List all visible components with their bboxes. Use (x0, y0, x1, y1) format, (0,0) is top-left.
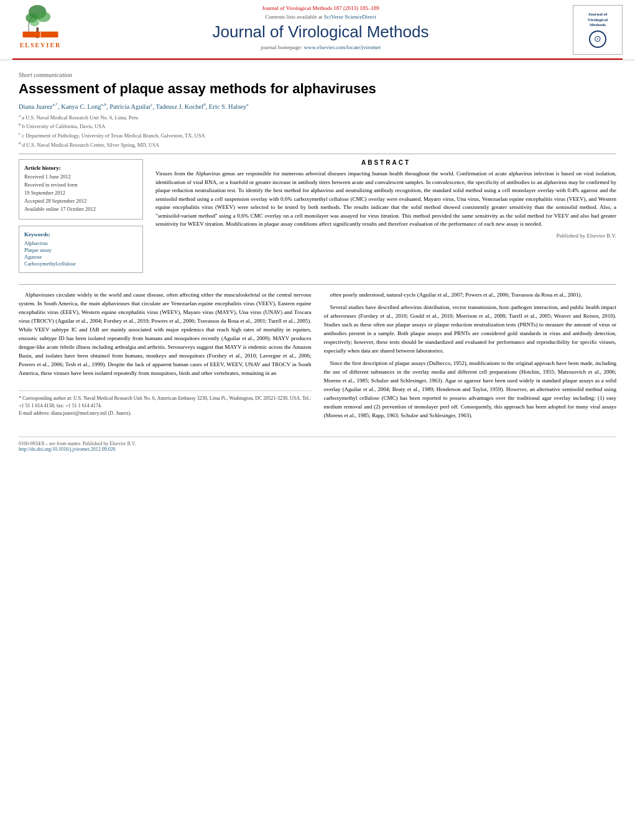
journal-logo-text: Journal ofVirologicalMethods (588, 12, 608, 27)
keywords-title: Keywords: (24, 231, 137, 238)
history-received-revised-date: 19 September 2012 (24, 190, 137, 196)
footer-doi[interactable]: http://dx.doi.org/10.1016/j.jviromet.201… (19, 446, 616, 452)
abstract-text: Viruses from the Alphavirus genus are re… (155, 170, 616, 229)
body-right-text: often poorly understood, natural-cycle (… (324, 291, 617, 420)
homepage-link[interactable]: www.elsevier.com/locate/jviromet (304, 44, 381, 50)
svg-point-3 (36, 11, 50, 22)
body-para-right-1: often poorly understood, natural-cycle (… (324, 291, 617, 300)
elsevier-label: ELSEVIER (20, 42, 62, 48)
homepage-label: journal homepage: (261, 44, 302, 50)
header-divider (12, 58, 623, 60)
keyword-3: Agarose (24, 254, 137, 260)
footnote-section: * Corresponding author at: U.S. Naval Me… (19, 390, 312, 417)
right-column: ABSTRACT Viruses from the Alphavirus gen… (155, 159, 616, 279)
affiliation-a: a a U.S. Naval Medical Research Unit No.… (19, 113, 616, 122)
body-para-right-3: Since the first description of plaque as… (324, 359, 617, 420)
left-column: Article history: Received 1 June 2012 Re… (19, 159, 143, 279)
keyword-4: Carboxymethylcellulose (24, 261, 137, 267)
affiliations: a a U.S. Naval Medical Research Unit No.… (19, 113, 616, 149)
footnote-email: E-mail address: diana.juarez@med.navy.mi… (19, 410, 312, 417)
svg-point-4 (30, 19, 39, 26)
affiliation-d: d d U.S. Naval Medical Research Center, … (19, 140, 616, 149)
footnote-corresponding: * Corresponding author at: U.S. Naval Me… (19, 395, 312, 410)
journal-logo-box: Journal ofVirologicalMethods ⊙ (573, 5, 623, 55)
published-by: Published by Elsevier B.V. (155, 233, 616, 239)
journal-reference: Journal of Virological Methods 187 (2013… (75, 5, 567, 11)
history-title: Article history: (24, 165, 137, 171)
body-left-text: Alphaviruses circulate widely in the wor… (19, 291, 312, 377)
abstract-section: ABSTRACT Viruses from the Alphavirus gen… (155, 159, 616, 239)
journal-logo-circle: ⊙ (589, 30, 606, 48)
body-para-1: Alphaviruses circulate widely in the wor… (19, 291, 312, 377)
body-para-right-2: Several studies have described arbovirus… (324, 303, 617, 356)
history-received-revised-label: Received in revised form (24, 182, 137, 188)
abstract-title: ABSTRACT (155, 159, 616, 166)
body-left-column: Alphaviruses circulate widely in the wor… (19, 291, 312, 423)
keywords-box: Keywords: Alphavirus Plaque assay Agaros… (19, 226, 143, 273)
keyword-1: Alphavirus (24, 240, 137, 246)
history-received: Received 1 June 2012 (24, 173, 137, 180)
keyword-2: Plaque assay (24, 247, 137, 253)
history-available: Available online 17 October 2012 (24, 206, 137, 213)
sciverse-link[interactable]: SciVerse ScienceDirect (324, 14, 376, 20)
footer-issn: 0166-0934/$ – see front matter. Publishe… (19, 441, 616, 446)
header-center: Journal of Virological Methods 187 (2013… (68, 5, 573, 50)
main-columns: Article history: Received 1 June 2012 Re… (19, 159, 616, 279)
header: ELSEVIER Journal of Virological Methods … (0, 0, 635, 60)
article-type: Short communication (19, 72, 616, 78)
footer: 0166-0934/$ – see front matter. Publishe… (19, 436, 616, 456)
divider-2 (19, 284, 616, 285)
body-columns: Alphaviruses circulate widely in the wor… (19, 291, 616, 423)
article-title: Assessment of plaque assay methods for a… (19, 81, 616, 97)
homepage-line: journal homepage: www.elsevier.com/locat… (75, 44, 567, 50)
elsevier-logo: ELSEVIER (12, 5, 68, 48)
history-accepted: Accepted 28 September 2012 (24, 198, 137, 205)
divider-1 (19, 154, 616, 154)
article-history-box: Article history: Received 1 June 2012 Re… (19, 159, 143, 219)
affiliation-b: b b University of California, Davis, USA (19, 121, 616, 131)
authors-line: Diana Juareza,*, Kanya C. Longa,b, Patri… (19, 102, 616, 110)
page: ELSEVIER Journal of Virological Methods … (0, 0, 635, 840)
body-right-column: often poorly understood, natural-cycle (… (324, 291, 617, 423)
journal-title: Journal of Virological Methods (75, 22, 567, 42)
main-content: Short communication Assessment of plaque… (0, 60, 635, 462)
available-text: Contents lists available at SciVerse Sci… (75, 14, 567, 20)
affiliation-c: c c Department of Pathology, University … (19, 131, 616, 140)
available-label: Contents lists available at (265, 14, 322, 20)
